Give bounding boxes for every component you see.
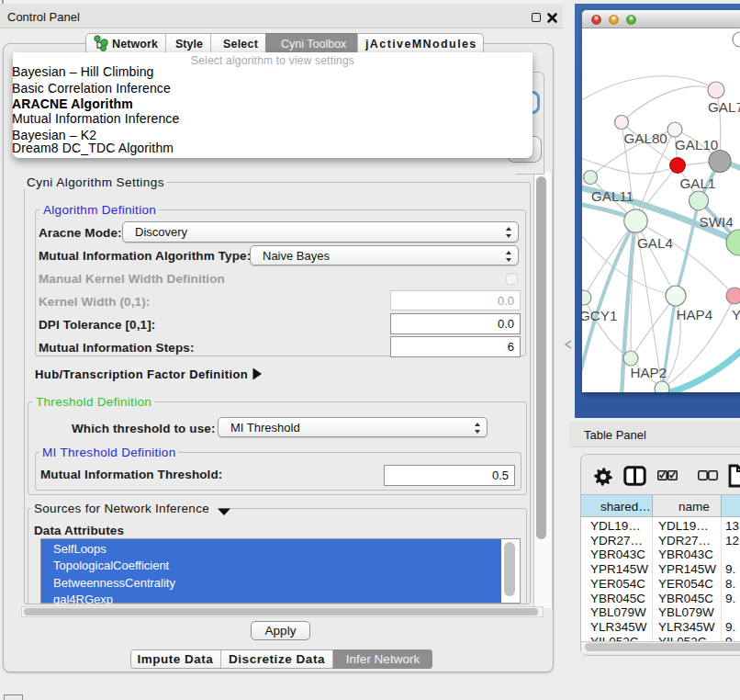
svg-text:GAL4: GAL4 <box>637 235 673 251</box>
svg-text:HAP4: HAP4 <box>677 307 713 322</box>
svg-text:HAP2: HAP2 <box>631 365 667 380</box>
svg-text:GAL7: GAL7 <box>708 99 740 115</box>
svg-text:GAL1: GAL1 <box>680 175 716 191</box>
svg-text:GAL10: GAL10 <box>675 137 718 152</box>
svg-text:SWI4: SWI4 <box>700 214 734 230</box>
svg-text:Y: Y <box>732 307 740 322</box>
svg-text:GAL11: GAL11 <box>591 188 633 204</box>
svg-text:GCY1: GCY1 <box>582 308 617 323</box>
svg-text:GAL80: GAL80 <box>624 130 667 146</box>
